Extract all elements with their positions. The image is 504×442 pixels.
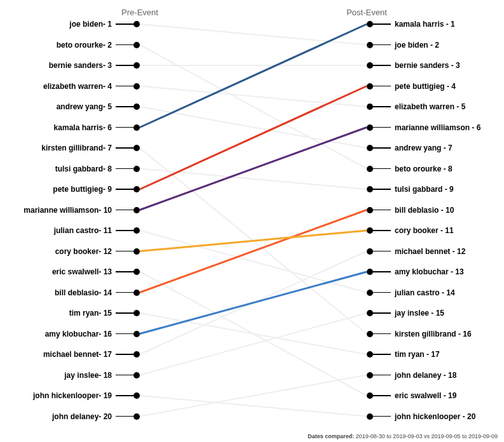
post-label: julian castro - 14: [395, 288, 455, 297]
pre-row: joe biden- 1: [69, 17, 140, 32]
dot-marker: [367, 269, 373, 275]
pre-label: tulsi gabbard- 8: [55, 164, 112, 173]
tick-line: [116, 168, 133, 170]
bg-line: [140, 272, 367, 396]
tick-line: [116, 251, 133, 252]
bg-line: [140, 148, 367, 334]
tick-line: [116, 44, 133, 46]
pre-row: kamala harris- 6: [54, 120, 140, 135]
tick-line: [373, 86, 391, 87]
pre-label: cory booker- 12: [55, 247, 112, 256]
dot-marker: [367, 227, 373, 234]
dot-marker: [133, 331, 140, 337]
highlight-line: [140, 210, 367, 293]
tick-line: [116, 230, 133, 231]
post-label: kirsten gillibrand - 16: [395, 330, 472, 338]
post-label: bill deblasio - 10: [395, 206, 454, 215]
post-label: joe biden - 2: [395, 41, 439, 50]
tick-line: [116, 271, 133, 272]
pre-label: beto orourke- 2: [57, 41, 112, 50]
dot-marker: [133, 372, 140, 378]
pre-label: joe biden- 1: [69, 20, 112, 29]
post-label: tim ryan - 17: [395, 350, 440, 359]
pre-label: bill deblasio- 14: [55, 288, 112, 297]
header-post: Post-Event: [346, 8, 387, 17]
dot-marker: [133, 227, 140, 234]
pre-row: jay inslee- 18: [64, 368, 140, 383]
dot-marker: [367, 83, 373, 90]
post-label: elizabeth warren - 5: [395, 102, 465, 111]
dot-marker: [133, 124, 140, 131]
tick-line: [373, 147, 391, 149]
pre-row: marianne williamson- 10: [24, 203, 140, 218]
post-row: pete buttigieg - 4: [367, 79, 456, 94]
bg-line: [140, 396, 367, 417]
tick-line: [116, 416, 133, 417]
dot-marker: [367, 331, 373, 337]
dot-marker: [133, 145, 140, 151]
post-row: bill deblasio - 10: [367, 203, 454, 218]
dot-marker: [133, 310, 140, 316]
post-row: kamala harris - 1: [367, 17, 455, 32]
dot-marker: [367, 186, 373, 192]
dot-marker: [367, 124, 373, 131]
dot-marker: [133, 290, 140, 296]
post-label: cory booker - 11: [395, 226, 454, 235]
post-row: john delaney - 18: [367, 368, 456, 383]
highlight-line: [140, 231, 367, 251]
pre-row: amy klobuchar- 16: [45, 326, 140, 342]
post-row: bernie sanders - 3: [367, 58, 460, 73]
post-row: eric swalwell - 19: [367, 388, 456, 403]
tick-line: [116, 312, 133, 314]
pre-row: bill deblasio- 14: [55, 285, 140, 300]
tick-line: [373, 210, 391, 211]
post-row: tim ryan - 17: [367, 347, 440, 362]
post-label: tulsi gabbard - 9: [395, 185, 454, 194]
post-label: john hickenlooper - 20: [395, 412, 475, 421]
post-label: marianne williamson - 6: [395, 123, 480, 132]
post-label: eric swalwell - 19: [395, 391, 456, 400]
post-row: kirsten gillibrand - 16: [367, 326, 472, 342]
pre-label: michael bennet- 17: [43, 350, 112, 359]
pre-label: elizabeth warren- 4: [43, 82, 112, 91]
dot-marker: [133, 186, 140, 192]
pre-label: pete buttigieg- 9: [53, 185, 112, 194]
dot-marker: [367, 207, 373, 213]
dot-marker: [367, 351, 373, 358]
pre-row: eric swalwell- 13: [52, 264, 140, 279]
dot-marker: [133, 248, 140, 255]
dot-marker: [367, 248, 373, 255]
tick-line: [116, 354, 133, 355]
dot-marker: [367, 21, 373, 27]
dot-marker: [133, 83, 140, 90]
pre-row: kirsten gillibrand- 7: [41, 140, 140, 156]
pre-label: julian castro- 11: [54, 226, 112, 235]
dot-marker: [367, 62, 373, 69]
dot-marker: [367, 372, 373, 378]
bg-line: [140, 375, 367, 417]
highlight-line: [140, 24, 367, 128]
pre-label: eric swalwell- 13: [52, 267, 112, 276]
post-label: andrew yang - 7: [395, 144, 453, 152]
tick-line: [373, 230, 391, 231]
dot-marker: [133, 413, 140, 420]
tick-line: [116, 333, 133, 335]
dot-marker: [133, 269, 140, 275]
post-label: kamala harris - 1: [395, 20, 455, 29]
pre-label: kirsten gillibrand- 7: [41, 144, 112, 152]
tick-line: [373, 416, 391, 417]
bg-line: [140, 24, 367, 128]
bg-line: [140, 210, 367, 293]
bg-line: [140, 231, 367, 251]
tick-line: [373, 375, 391, 376]
pre-row: elizabeth warren- 4: [43, 79, 140, 94]
tick-line: [116, 127, 133, 128]
dot-marker: [367, 310, 373, 316]
tick-line: [373, 44, 391, 46]
dot-marker: [133, 21, 140, 27]
highlight-line: [140, 128, 367, 210]
post-row: andrew yang - 7: [367, 140, 453, 156]
post-row: julian castro - 14: [367, 285, 455, 300]
pre-row: michael bennet- 17: [43, 347, 140, 362]
tick-line: [373, 271, 391, 272]
